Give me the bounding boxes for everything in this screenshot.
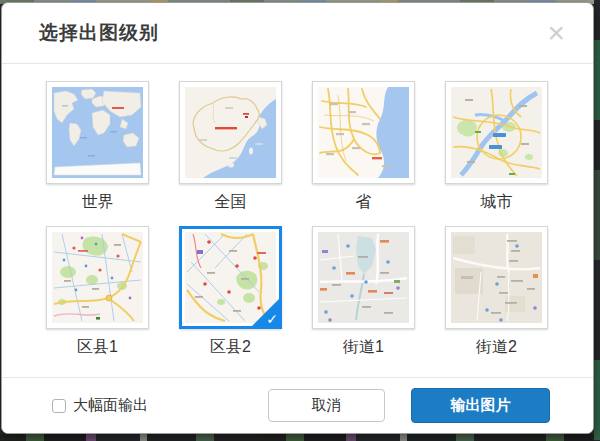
level-grid: 世界: [46, 81, 593, 358]
map-thumbnail-street-2: [445, 226, 548, 329]
level-option-province[interactable]: 省: [312, 81, 415, 213]
cancel-button[interactable]: 取消: [268, 389, 385, 422]
map-thumbnail-province: [312, 81, 415, 184]
export-level-dialog: 选择出图级别 ×: [1, 2, 594, 434]
street-1-map-image: [318, 232, 409, 323]
map-thumbnail-nation: [179, 81, 282, 184]
map-thumbnail-district-1: [46, 226, 149, 329]
dialog-title: 选择出图级别: [39, 20, 159, 46]
map-thumbnail-city: [445, 81, 548, 184]
street-2-map-image: [451, 232, 542, 323]
level-option-city[interactable]: 城市: [445, 81, 548, 213]
export-image-button[interactable]: 输出图片: [411, 388, 550, 423]
district-1-map-image: [52, 232, 143, 323]
map-thumbnail-street-1: [312, 226, 415, 329]
close-icon[interactable]: ×: [547, 20, 565, 46]
level-label-province: 省: [312, 191, 415, 213]
level-option-street-2[interactable]: 街道2: [445, 226, 548, 358]
level-label-nation: 全国: [179, 191, 282, 213]
level-option-district-2[interactable]: ✓ 区县2: [179, 226, 282, 358]
large-format-checkbox[interactable]: [52, 399, 66, 413]
map-thumbnail-world: [46, 81, 149, 184]
level-label-district-1: 区县1: [46, 336, 149, 358]
level-label-street-2: 街道2: [445, 336, 548, 358]
province-map-image: [318, 87, 409, 178]
city-map-image: [451, 87, 542, 178]
background-map-strip-right: [594, 0, 600, 441]
world-map-image: [52, 87, 143, 178]
dialog-footer: 大幅面输出 取消 输出图片: [2, 377, 593, 433]
check-icon: ✓: [266, 312, 278, 326]
map-thumbnail-district-2-selected: ✓: [179, 226, 282, 329]
level-option-world[interactable]: 世界: [46, 81, 149, 213]
level-label-world: 世界: [46, 191, 149, 213]
level-option-district-1[interactable]: 区县1: [46, 226, 149, 358]
level-label-district-2: 区县2: [179, 336, 282, 358]
large-format-option[interactable]: 大幅面输出: [52, 396, 148, 415]
nation-map-image: [185, 87, 276, 178]
level-option-nation[interactable]: 全国: [179, 81, 282, 213]
dialog-header: 选择出图级别 ×: [2, 3, 593, 64]
level-label-street-1: 街道1: [312, 336, 415, 358]
background-map-strip-bottom: [0, 434, 600, 441]
level-label-city: 城市: [445, 191, 548, 213]
level-option-street-1[interactable]: 街道1: [312, 226, 415, 358]
large-format-label: 大幅面输出: [73, 396, 148, 415]
